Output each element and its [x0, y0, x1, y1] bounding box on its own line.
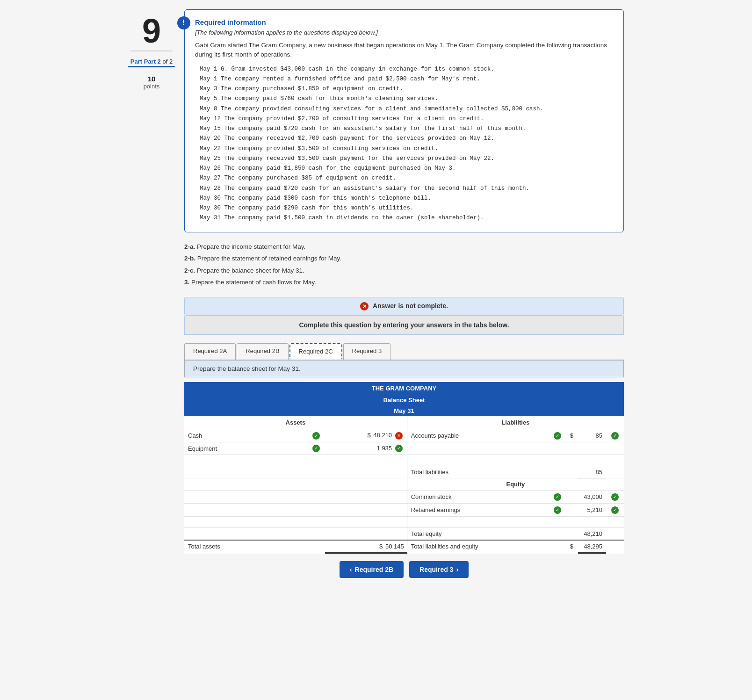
answer-x-icon: ✕ — [360, 302, 369, 310]
bs-statement-name: Balance Sheet — [184, 395, 624, 405]
bs-row-total-equity: Total equity 48,210 — [184, 527, 624, 540]
tab-required-2a[interactable]: Required 2A — [184, 343, 236, 360]
info-box: ! Required information [The following in… — [184, 9, 624, 232]
bs-company-name: THE GRAM COMPANY — [184, 382, 624, 395]
equip-check-icon: ✓ — [312, 445, 320, 452]
bs-row-retained-earnings: Retained earnings ✓ 5,210 ✓ — [184, 504, 624, 517]
points-value: 10 — [144, 75, 160, 83]
transaction-1: May 1 G. Gram invested $43,000 cash in t… — [200, 65, 613, 74]
common-stock-label: Common stock — [407, 491, 549, 504]
ap-check-icon: ✓ — [554, 432, 561, 440]
tab-required-3[interactable]: Required 3 — [343, 343, 391, 360]
equity-header: Equity — [407, 478, 624, 491]
bs-row-total-liabilities: Total liabilities 85 — [184, 466, 624, 478]
retained-value: 5,210 — [578, 504, 606, 517]
prev-button[interactable]: ‹ Required 2B — [340, 561, 404, 578]
left-sidebar: 9 Part Part 2 of 2 10 points — [128, 9, 175, 583]
tab-instruction: Prepare the balance sheet for May 31. — [193, 365, 301, 372]
equip-empty — [407, 442, 624, 455]
bs-company-name-row: THE GRAM COMPANY — [184, 382, 624, 395]
bs-date: May 31 — [184, 405, 624, 416]
balance-sheet-table: THE GRAM COMPANY Balance Sheet May 31 As… — [184, 382, 624, 553]
bs-row-equipment: Equipment ✓ 1,935 ✓ — [184, 442, 624, 455]
common-stock-check-cell: ✓ — [549, 491, 566, 504]
cash-check-cell: ✓ — [307, 429, 325, 442]
info-intro: Gabi Gram started The Gram Company, a ne… — [195, 41, 613, 60]
cash-check-icon: ✓ — [312, 432, 320, 440]
retained-check-icon: ✓ — [554, 506, 561, 514]
transaction-8: May 20 The company received $2,700 cash … — [200, 134, 613, 144]
info-title: Required information — [195, 18, 613, 26]
equip-check-cell: ✓ — [307, 442, 325, 455]
total-assets-value: 50,145 — [385, 543, 404, 550]
info-subtitle: [The following information applies to th… — [195, 29, 613, 36]
total-assets-label: Total assets — [184, 540, 307, 553]
points-label: 10 points — [144, 75, 160, 90]
transaction-2: May 1 The company rented a furnished off… — [200, 74, 613, 84]
tab-content-2c: Prepare the balance sheet for May 31. — [184, 361, 624, 377]
equipment-label: Equipment — [184, 442, 307, 455]
retained-earnings-label: Retained earnings — [407, 504, 549, 517]
complete-message-bar: Complete this question by entering your … — [184, 316, 624, 335]
question-2b: 2-b. Prepare the statement of retained e… — [184, 253, 624, 265]
total-assets-dollar: $ — [379, 543, 383, 550]
transaction-11: May 26 The company paid $1,850 cash for … — [200, 164, 613, 173]
bs-col-header: Assets Liabilities — [184, 416, 624, 429]
prev-button-label: Required 2B — [355, 566, 393, 573]
points-text: points — [144, 83, 160, 90]
prev-chevron-icon: ‹ — [350, 566, 352, 573]
ap-dollar: $ — [570, 432, 573, 439]
transaction-4: May 5 The company paid $760 cash for thi… — [200, 94, 613, 104]
transaction-5: May 8 The company provided consulting se… — [200, 104, 613, 114]
retained-check-cell: ✓ — [549, 504, 566, 517]
cash-x-icon: ✕ — [395, 432, 403, 440]
tab-required-2b[interactable]: Required 2B — [237, 343, 288, 360]
transaction-15: May 30 The company paid $290 cash for th… — [200, 203, 613, 213]
equip-value-cell: 1,935 ✓ — [325, 442, 407, 455]
total-equity-value: 48,210 — [578, 527, 606, 540]
retained-check2-cell: ✓ — [606, 504, 624, 517]
common-stock-check2-icon: ✓ — [611, 493, 619, 501]
answer-status-text: Answer is not complete. — [373, 302, 448, 310]
question-3: 3. Prepare the statement of cash flows f… — [184, 276, 624, 289]
questions-list: 2-a. Prepare the income statement for Ma… — [184, 241, 624, 289]
bs-row-cash-ap: Cash ✓ $ 48,210 ✕ Accounts payable ✓ $ 8… — [184, 429, 624, 442]
tab-required-2c[interactable]: Required 2C — [289, 343, 342, 360]
tab-2c-label: Required 2C — [299, 348, 333, 355]
bs-row-equity-header: Equity — [184, 478, 624, 491]
tabs-row: Required 2A Required 2B Required 2C Requ… — [184, 343, 624, 361]
ap-check2-cell: ✓ — [606, 429, 624, 442]
bs-date-row: May 31 — [184, 405, 624, 416]
total-liab-equity-dollar: $ — [570, 543, 573, 550]
common-stock-check2-cell: ✓ — [606, 491, 624, 504]
equip-value: 1,935 — [377, 445, 392, 452]
tab-2a-label: Required 2A — [193, 347, 227, 354]
cash-label: Cash — [184, 429, 307, 442]
bs-row-empty2 — [184, 516, 624, 527]
part-of: of 2 — [162, 58, 173, 65]
ap-check-cell: ✓ — [549, 429, 566, 442]
transaction-7: May 15 The company paid $720 cash for an… — [200, 124, 613, 134]
total-liab-equity-label: Total liabilities and equity — [407, 540, 549, 553]
common-stock-check-icon: ✓ — [554, 493, 561, 501]
cash-value: 48,210 — [373, 432, 392, 439]
total-liabilities-value: 85 — [578, 466, 606, 478]
retained-check2-icon: ✓ — [611, 506, 619, 514]
transactions: May 1 G. Gram invested $43,000 cash in t… — [195, 65, 613, 224]
ap-label: Accounts payable — [407, 429, 549, 442]
next-chevron-icon: › — [456, 566, 458, 573]
cash-dollar: $ — [367, 432, 370, 439]
transaction-6: May 12 The company provided $2,700 of co… — [200, 114, 613, 124]
equip-check2-icon: ✓ — [395, 445, 403, 452]
total-assets-value-cell: $ 50,145 — [325, 540, 407, 553]
next-button[interactable]: Required 3 › — [409, 561, 469, 578]
transaction-3: May 3 The company purchased $1,850 of eq… — [200, 84, 613, 94]
assets-header: Assets — [184, 416, 407, 429]
total-liabilities-label: Total liabilities — [407, 466, 549, 478]
question-2c: 2-c. Prepare the balance sheet for May 3… — [184, 265, 624, 277]
bs-statement-name-row: Balance Sheet — [184, 395, 624, 405]
bs-row-totals: Total assets $ 50,145 Total liabilities … — [184, 540, 624, 553]
question-2a: 2-a. Prepare the income statement for Ma… — [184, 241, 624, 253]
transaction-13: May 28 The company paid $720 cash for an… — [200, 184, 613, 194]
total-liab-equity-value: 48,295 — [578, 540, 606, 553]
